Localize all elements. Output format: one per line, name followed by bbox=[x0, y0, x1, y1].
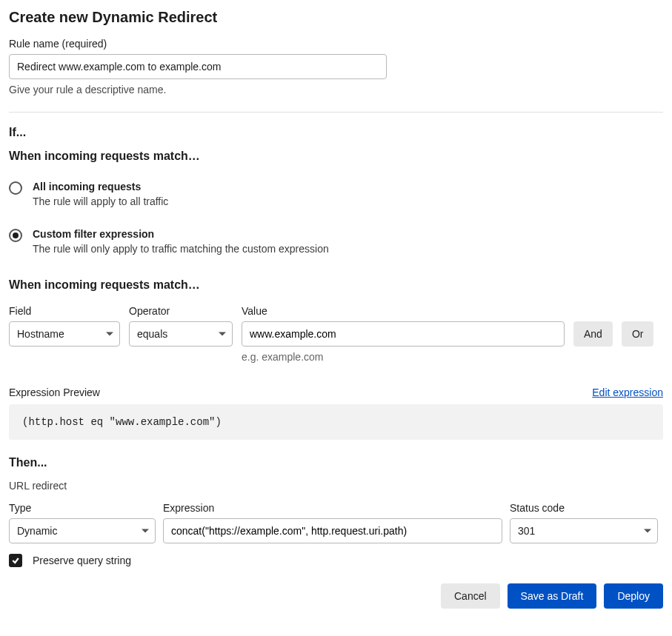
value-input[interactable] bbox=[242, 321, 565, 347]
if-heading: If... bbox=[9, 126, 663, 139]
expression-preview-label: Expression Preview bbox=[9, 386, 100, 398]
radio-custom-desc: The rule will only apply to traffic matc… bbox=[33, 243, 329, 255]
status-code-select[interactable]: 301 bbox=[510, 518, 658, 543]
preserve-query-checkbox[interactable] bbox=[9, 554, 22, 567]
type-select-value: Dynamic bbox=[17, 525, 57, 537]
radio-all-desc: The rule will apply to all traffic bbox=[33, 195, 168, 207]
chevron-down-icon bbox=[142, 529, 149, 533]
save-draft-button[interactable]: Save as Draft bbox=[508, 583, 597, 609]
expression-input[interactable] bbox=[163, 518, 502, 543]
operator-select-value: equals bbox=[137, 328, 167, 340]
status-code-value: 301 bbox=[518, 525, 535, 537]
rule-name-helper: Give your rule a descriptive name. bbox=[9, 84, 663, 96]
match-heading: When incoming requests match… bbox=[9, 150, 663, 163]
expression-label: Expression bbox=[163, 502, 502, 514]
preserve-query-label: Preserve query string bbox=[33, 555, 131, 566]
match-heading-2: When incoming requests match… bbox=[9, 278, 663, 292]
chevron-down-icon bbox=[106, 332, 113, 336]
field-label: Field bbox=[9, 305, 120, 317]
radio-custom-expression[interactable] bbox=[9, 229, 22, 242]
operator-label: Operator bbox=[129, 305, 233, 317]
chevron-down-icon bbox=[219, 332, 226, 336]
then-heading: Then... bbox=[9, 456, 663, 469]
check-icon bbox=[11, 556, 20, 565]
deploy-button[interactable]: Deploy bbox=[604, 583, 663, 609]
or-button[interactable]: Or bbox=[622, 321, 654, 347]
page-title: Create new Dynamic Redirect bbox=[9, 9, 663, 26]
edit-expression-link[interactable]: Edit expression bbox=[592, 386, 663, 398]
divider bbox=[9, 112, 663, 113]
radio-all-requests[interactable] bbox=[9, 181, 22, 195]
field-select[interactable]: Hostname bbox=[9, 321, 120, 347]
radio-all-title: All incoming requests bbox=[33, 181, 168, 193]
and-button[interactable]: And bbox=[573, 321, 613, 347]
radio-custom-title: Custom filter expression bbox=[33, 228, 329, 240]
status-code-label: Status code bbox=[510, 502, 658, 514]
field-select-value: Hostname bbox=[17, 328, 64, 340]
type-select[interactable]: Dynamic bbox=[9, 518, 156, 543]
rule-name-input[interactable] bbox=[9, 54, 387, 79]
rule-name-label: Rule name (required) bbox=[9, 38, 663, 50]
expression-preview: (http.host eq "www.example.com") bbox=[9, 404, 663, 440]
type-label: Type bbox=[9, 502, 156, 514]
value-label: Value bbox=[242, 305, 565, 317]
cancel-button[interactable]: Cancel bbox=[441, 583, 500, 609]
url-redirect-label: URL redirect bbox=[9, 480, 663, 492]
chevron-down-icon bbox=[644, 529, 651, 533]
operator-select[interactable]: equals bbox=[129, 321, 233, 347]
value-example: e.g. example.com bbox=[242, 351, 565, 363]
